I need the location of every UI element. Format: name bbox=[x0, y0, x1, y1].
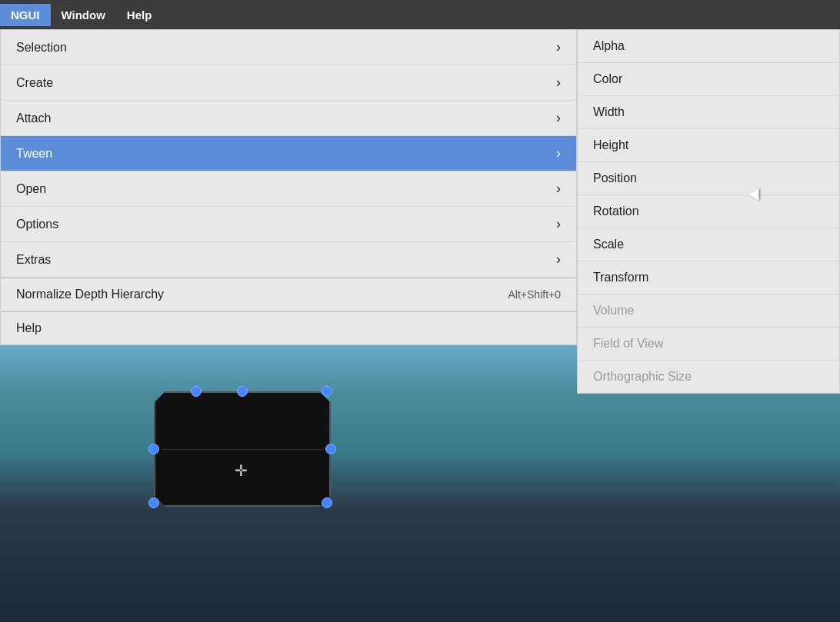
submenu-item-ortho-label: Orthographic Size bbox=[593, 370, 692, 384]
menubar-item-help[interactable]: Help bbox=[116, 4, 163, 26]
submenu-item-height-label: Height bbox=[593, 138, 628, 152]
menu-item-extras-arrow: › bbox=[556, 251, 561, 268]
menu-item-normalize-label: Normalize Depth Hierarchy bbox=[16, 288, 164, 301]
menu-item-create[interactable]: Create › bbox=[1, 65, 576, 101]
submenu-item-position[interactable]: Position bbox=[578, 162, 839, 195]
menu-item-open[interactable]: Open › bbox=[1, 171, 576, 207]
menu-item-tween-arrow: › bbox=[556, 145, 561, 161]
menu-item-attach-arrow: › bbox=[556, 110, 561, 126]
submenu-item-color-label: Color bbox=[593, 72, 622, 86]
submenu-item-rotation-label: Rotation bbox=[593, 205, 639, 218]
menu-item-options-label: Options bbox=[16, 218, 58, 231]
submenu-item-fov: Field of View bbox=[578, 328, 839, 361]
object-top bbox=[162, 399, 323, 450]
submenu-item-fov-label: Field of View bbox=[593, 337, 663, 351]
selected-object bbox=[154, 391, 338, 514]
handle-middle-left[interactable] bbox=[148, 444, 159, 454]
menu-item-options-arrow: › bbox=[556, 216, 561, 232]
menubar-item-window[interactable]: Window bbox=[51, 4, 116, 26]
submenu-item-color[interactable]: Color bbox=[578, 63, 839, 96]
menu-item-help[interactable]: Help bbox=[1, 311, 576, 344]
submenu-item-transform[interactable]: Transform bbox=[578, 261, 839, 294]
menu-item-tween[interactable]: Tween › bbox=[1, 136, 576, 171]
menu-item-extras[interactable]: Extras › bbox=[1, 242, 576, 278]
menu-item-selection-label: Selection bbox=[16, 41, 67, 55]
menubar-item-ngui[interactable]: NGUI bbox=[0, 4, 51, 26]
menu-item-tween-label: Tween bbox=[16, 147, 52, 161]
menu-item-attach[interactable]: Attach › bbox=[1, 101, 576, 136]
menu-item-help-label: Help bbox=[16, 321, 42, 335]
menu-item-open-label: Open bbox=[16, 182, 46, 196]
handle-top-left[interactable] bbox=[191, 386, 202, 397]
handle-middle-right[interactable] bbox=[325, 444, 336, 454]
menu-item-selection-arrow: › bbox=[556, 39, 561, 55]
handle-top-center[interactable] bbox=[237, 386, 248, 397]
menu-item-extras-label: Extras bbox=[16, 253, 51, 267]
submenu-item-rotation[interactable]: Rotation bbox=[578, 195, 839, 228]
submenu-item-width-label: Width bbox=[593, 105, 625, 119]
submenu-item-position-label: Position bbox=[593, 171, 637, 185]
submenu-item-height[interactable]: Height bbox=[578, 129, 839, 162]
primary-menu: Selection › Create › Attach › Tween › Op… bbox=[0, 29, 577, 345]
object-shape bbox=[154, 391, 331, 507]
menu-item-selection[interactable]: Selection › bbox=[1, 30, 576, 65]
submenu-item-scale[interactable]: Scale bbox=[578, 228, 839, 261]
menu-item-create-arrow: › bbox=[556, 75, 561, 91]
menubar: NGUI Window Help bbox=[0, 0, 840, 29]
handle-bottom-right[interactable] bbox=[322, 497, 332, 508]
submenu-item-alpha-label: Alpha bbox=[593, 39, 625, 53]
menu-item-attach-label: Attach bbox=[16, 111, 51, 125]
submenu-item-transform-label: Transform bbox=[593, 271, 648, 284]
handle-top-right[interactable] bbox=[322, 386, 332, 397]
menu-item-create-label: Create bbox=[16, 76, 53, 90]
object-inner bbox=[162, 399, 323, 499]
menu-item-open-arrow: › bbox=[556, 181, 561, 197]
menu-item-options[interactable]: Options › bbox=[1, 207, 576, 242]
tween-submenu: Alpha Color Width Height Position Rotati… bbox=[577, 29, 840, 394]
handle-bottom-left[interactable] bbox=[148, 497, 159, 508]
move-icon: ✛ bbox=[235, 461, 248, 480]
menu-item-normalize-shortcut: Alt+Shift+0 bbox=[508, 288, 562, 301]
submenu-item-width[interactable]: Width bbox=[578, 96, 839, 129]
submenu-item-volume: Volume bbox=[578, 294, 839, 328]
submenu-item-ortho: Orthographic Size bbox=[578, 361, 839, 393]
submenu-item-alpha[interactable]: Alpha bbox=[578, 30, 839, 63]
submenu-item-volume-label: Volume bbox=[593, 304, 634, 318]
menu-item-normalize[interactable]: Normalize Depth Hierarchy Alt+Shift+0 bbox=[1, 278, 576, 311]
submenu-item-scale-label: Scale bbox=[593, 238, 624, 251]
